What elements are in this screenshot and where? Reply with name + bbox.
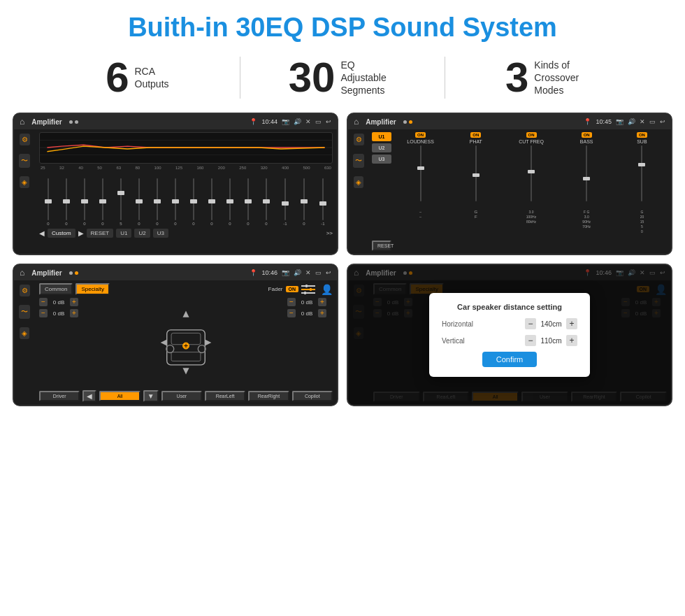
rearleft-btn[interactable]: RearLeft [205,391,245,401]
db4-minus[interactable]: − [287,309,296,317]
left-arrow-btn[interactable]: ◀ [82,390,96,402]
eq-wave-icon[interactable]: 〜 [19,154,30,168]
slider-40[interactable]: 0 [83,178,85,226]
db1-value: 0 dB [49,299,68,306]
slider-32[interactable]: 0 [65,178,67,226]
dialog-vertical-label: Vertical [442,337,465,345]
stat-text-eq: EQ AdjustableSegments [340,59,396,97]
down-arrow-btn[interactable]: ▼ [143,390,159,402]
db2-plus[interactable]: + [70,309,78,317]
db3-plus[interactable]: + [318,298,326,306]
eq-speaker-icon[interactable]: ◈ [20,176,29,188]
horizontal-value: 140cm [539,320,563,328]
slider-100[interactable]: 0 [156,178,158,226]
slider-500[interactable]: -1 [283,178,287,226]
home-icon[interactable]: ⌂ [20,117,24,127]
eq-tune-icon[interactable]: ⚙ [20,134,30,145]
db4-plus[interactable]: + [318,309,326,317]
slider-125[interactable]: 0 [174,178,176,226]
car-svg [154,308,217,378]
slider-80[interactable]: 0 [138,178,140,226]
db1-minus[interactable]: − [39,298,48,306]
vertical-plus-btn[interactable]: + [566,335,577,346]
cross-dot2 [409,120,412,124]
eq-u2-btn[interactable]: U2 [134,229,150,238]
slider-50[interactable]: 0 [101,178,103,226]
phat-label: PHAT [470,139,482,144]
fader-speaker-icon[interactable]: ◈ [20,327,29,339]
stat-divider-1 [240,57,240,99]
fader-wave-icon[interactable]: 〜 [19,305,30,319]
fader-on-badge[interactable]: ON [286,286,299,292]
fader-tune-icon[interactable]: ⚙ [20,285,30,296]
loudness-slider[interactable] [420,145,421,208]
eq-u3-btn[interactable]: U3 [153,229,168,238]
slider-320[interactable]: 0 [247,178,249,226]
dialog-horizontal-row: Horizontal − 140cm + [442,318,577,329]
eq-skip-icon[interactable]: >> [326,230,333,236]
vertical-minus-btn[interactable]: − [525,335,536,346]
cross-reset-btn[interactable]: RESET [372,241,391,251]
fader-sliders-icon [301,285,315,294]
bass-on[interactable]: ON [582,132,592,138]
phat-on[interactable]: ON [470,132,481,138]
slider-630[interactable]: 0 [303,178,305,226]
loudness-on[interactable]: ON [415,132,426,138]
crossover-screen: ⌂ Amplifier 📍 10:45 📷 🔊 ✕ ▭ ↩ ⚙ 〜 ◈ [347,113,672,255]
slider-25[interactable]: 0 [47,178,49,226]
eq-reset-btn[interactable]: RESET [87,229,114,238]
eq-next-arrow[interactable]: ▶ [78,229,84,237]
sub-slider[interactable] [641,145,642,208]
cross-back-icon[interactable]: ↩ [660,118,665,125]
sub-on[interactable]: ON [637,132,647,138]
u2-button[interactable]: U2 [372,143,391,152]
bass-slider[interactable] [586,145,587,208]
user-btn[interactable]: User [161,391,202,401]
slider-63[interactable]: 5 [120,178,122,226]
eq-u1-btn[interactable]: U1 [116,229,131,238]
fader-screen: ⌂ Amplifier 📍 10:46 📷 🔊 ✕ ▭ ↩ ⚙ 〜 ◈ [13,264,338,406]
dot1 [69,120,73,124]
svg-marker-18 [182,368,189,374]
db1-plus[interactable]: + [70,298,78,306]
rearright-btn[interactable]: RearRight [248,391,289,401]
back-icon[interactable]: ↩ [326,118,331,125]
db3-minus[interactable]: − [287,298,296,306]
dialog-vertical-row: Vertical − 110cm + [442,335,577,346]
bass-label: BASS [580,139,593,144]
cutfreq-on[interactable]: ON [526,132,537,138]
slider-last[interactable]: -1 [321,178,324,226]
cross-home-icon[interactable]: ⌂ [354,117,359,127]
specialty-tab[interactable]: Specialty [75,283,109,295]
all-btn[interactable]: All [99,391,140,401]
u3-button[interactable]: U3 [372,155,391,164]
horizontal-plus-btn[interactable]: + [566,318,577,329]
fader-home-icon[interactable]: ⌂ [20,268,24,278]
cross-tune-icon[interactable]: ⚙ [354,134,364,145]
eq-preset-custom[interactable]: Custom [48,229,75,238]
svg-point-13 [198,345,206,353]
cutfreq-slider[interactable] [531,145,532,208]
crossover-left-panel: ⚙ 〜 ◈ [348,129,369,254]
eq-main-area: 25 32 40 50 63 80 100 125 160 200 250 32… [35,129,337,254]
slider-250[interactable]: 0 [229,178,231,226]
fader-camera-icon: 📷 [282,269,289,276]
cross-wave-icon[interactable]: 〜 [353,154,364,168]
copilot-btn[interactable]: Copilot [292,391,333,401]
fader-back-icon[interactable]: ↩ [326,269,331,276]
confirm-button[interactable]: Confirm [482,352,538,367]
slider-200[interactable]: 0 [210,178,212,226]
slider-160[interactable]: 0 [192,178,194,226]
bass-ctrl: ON BASS F G 3.0 90Hz 70Hz [561,132,613,251]
cross-speaker-icon[interactable]: ◈ [354,176,363,188]
slider-400[interactable]: 0 [265,178,267,226]
u1-button[interactable]: U1 [372,132,391,141]
eq-prev-arrow[interactable]: ◀ [39,229,45,237]
horizontal-minus-btn[interactable]: − [525,318,536,329]
driver-btn[interactable]: Driver [39,391,80,401]
common-tab[interactable]: Common [39,283,73,295]
sub-label: SUB [637,139,647,144]
cross-location-icon: 📍 [584,118,591,125]
db2-minus[interactable]: − [39,309,48,317]
phat-slider[interactable] [475,145,477,208]
